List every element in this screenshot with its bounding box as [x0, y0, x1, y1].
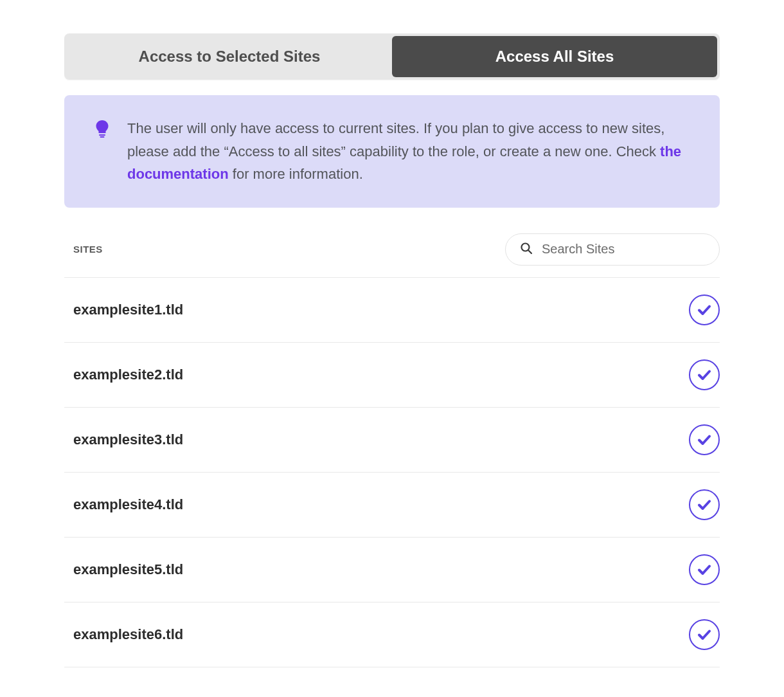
site-row: examplesite5.tld	[64, 538, 720, 602]
check-icon	[697, 497, 712, 512]
check-icon	[697, 562, 712, 577]
access-tabs: Access to Selected Sites Access All Site…	[64, 33, 720, 80]
site-row: examplesite3.tld	[64, 408, 720, 473]
svg-rect-0	[99, 134, 105, 136]
site-name: examplesite6.tld	[73, 626, 183, 643]
search-input[interactable]	[542, 242, 705, 257]
site-check-toggle[interactable]	[689, 424, 720, 455]
site-name: examplesite4.tld	[73, 496, 183, 513]
site-name: examplesite2.tld	[73, 367, 183, 383]
site-check-toggle[interactable]	[689, 554, 720, 585]
tab-access-all-sites[interactable]: Access All Sites	[392, 36, 717, 77]
site-check-toggle[interactable]	[689, 294, 720, 325]
site-row: examplesite6.tld	[64, 602, 720, 667]
site-name: examplesite3.tld	[73, 431, 183, 448]
check-icon	[697, 432, 712, 448]
site-row: examplesite4.tld	[64, 473, 720, 538]
sites-header: SITES	[64, 233, 720, 278]
info-banner: The user will only have access to curren…	[64, 95, 720, 208]
banner-text: The user will only have access to curren…	[127, 117, 689, 186]
search-icon	[520, 242, 533, 257]
site-row: examplesite1.tld	[64, 278, 720, 343]
lightbulb-icon	[95, 117, 109, 140]
sites-column-label: SITES	[73, 244, 103, 255]
site-check-toggle[interactable]	[689, 489, 720, 520]
banner-text-after: for more information.	[229, 166, 363, 182]
site-row: examplesite2.tld	[64, 343, 720, 408]
search-sites-field[interactable]	[505, 233, 720, 266]
check-icon	[697, 302, 712, 318]
site-check-toggle[interactable]	[689, 359, 720, 390]
check-icon	[697, 367, 712, 383]
sites-list: examplesite1.tld examplesite2.tld exampl…	[64, 278, 720, 667]
check-icon	[697, 627, 712, 642]
site-name: examplesite1.tld	[73, 302, 183, 318]
site-name: examplesite5.tld	[73, 561, 183, 578]
banner-text-before: The user will only have access to curren…	[127, 120, 664, 159]
site-check-toggle[interactable]	[689, 619, 720, 650]
svg-rect-1	[100, 136, 105, 138]
svg-line-3	[528, 250, 531, 253]
tab-access-selected-sites[interactable]: Access to Selected Sites	[67, 36, 392, 77]
